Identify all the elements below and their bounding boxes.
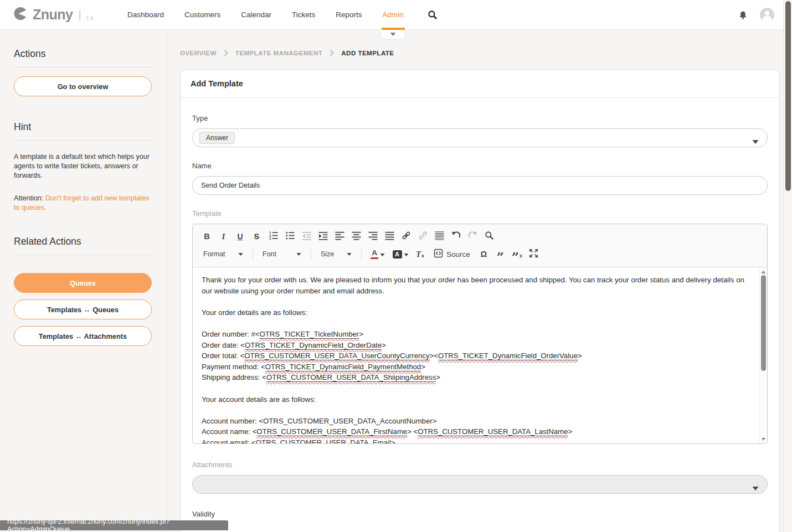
numbered-list-button[interactable]: 123 (266, 230, 281, 244)
znuny-logo[interactable]: Znuny | 7.0 (13, 6, 93, 23)
find-button[interactable] (482, 230, 497, 244)
user-avatar[interactable] (760, 8, 774, 22)
text-color-button[interactable]: A (367, 247, 388, 261)
editor-toolbar: BIUS123 FormatFontSizeAATxSourceΩ””x (193, 224, 767, 267)
maximize-button[interactable] (526, 247, 541, 261)
search-icon[interactable] (428, 10, 438, 20)
nav-item-reports[interactable]: Reports (336, 0, 362, 29)
template-variable-tag: OTRS_TICKET_DynamicField_OrderValue (438, 352, 578, 360)
nav-item-customers[interactable]: Customers (184, 0, 220, 29)
blockquote-button[interactable]: ” (493, 247, 508, 261)
chevron-down-icon (238, 250, 243, 258)
bold-button[interactable]: B (199, 230, 214, 244)
editor-line: Your order details are as follows: (202, 307, 750, 318)
numbered-list-icon: 123 (269, 231, 278, 242)
breadcrumb-chevron-icon (224, 49, 228, 56)
breadcrumb-overview[interactable]: OVERVIEW (180, 50, 217, 56)
chevron-down-icon (404, 250, 409, 259)
go-to-overview-button[interactable]: Go to overview (14, 76, 152, 96)
card-body: Type Answer Name Template BIUS123 Format… (181, 98, 779, 532)
background-color-button[interactable]: A (390, 247, 411, 261)
notifications-bell-icon[interactable] (738, 11, 748, 19)
editor-content[interactable]: Thank you for your order with us. We are… (193, 267, 767, 443)
remove-format-icon: T (416, 250, 421, 259)
breadcrumb-template-management[interactable]: TEMPLATE MANAGEMENT (235, 50, 323, 56)
toolbar-row-2: FormatFontSizeAATxSourceΩ””x (199, 245, 760, 263)
font-select[interactable]: Font (259, 247, 305, 261)
brand-version: 7.0 (86, 15, 93, 21)
blockquote-icon: ” (497, 254, 504, 260)
scroll-down-arrow-icon[interactable] (759, 435, 768, 443)
related-action-templates-attachments[interactable]: Templates ↔ Attachments (14, 326, 152, 346)
align-right-button[interactable] (366, 230, 380, 244)
horizontal-line-button[interactable] (432, 230, 447, 244)
editor-line (202, 405, 750, 416)
editor-scrollbar-thumb[interactable] (761, 275, 766, 371)
page-scrollbar[interactable] (783, 0, 792, 532)
breadcrumb: OVERVIEWTEMPLATE MANAGEMENTADD TEMPLATE (180, 49, 780, 56)
validity-label: Validity (192, 510, 768, 518)
special-character-button[interactable]: Ω (476, 247, 491, 261)
attachments-select[interactable] (192, 475, 768, 494)
underline-button[interactable]: U (233, 230, 248, 244)
name-input[interactable] (192, 176, 768, 195)
navbar-collapse-toggle[interactable] (380, 30, 405, 39)
editor-line: Account email: <OTRS_CUSTOMER_USER_DATA_… (202, 437, 750, 443)
template-variable-tag: OTRS_CUSTOMER_USER_DATA_FirstName (256, 427, 407, 436)
nav-item-tickets[interactable]: Tickets (292, 0, 315, 29)
remove-quote-button[interactable]: ”x (510, 247, 524, 261)
align-right-icon (368, 231, 378, 242)
background-color-icon: A (393, 250, 402, 259)
editor-line: Order total: <OTRS_CUSTOMER_USER_DATA_Us… (202, 350, 750, 361)
toolbar-separator (253, 249, 253, 260)
text-color-icon: A (371, 249, 378, 259)
editor-line: Payment method: <OTRS_TICKET_DynamicFiel… (202, 361, 750, 373)
remove-format-button[interactable]: Tx (413, 247, 428, 261)
redo-button[interactable] (465, 230, 480, 244)
bold-icon: B (204, 232, 209, 241)
justify-button[interactable] (382, 230, 397, 244)
type-select[interactable]: Answer (192, 128, 768, 147)
italic-button[interactable]: I (216, 230, 231, 244)
nav-item-dashboard[interactable]: Dashboard (127, 0, 164, 29)
attachments-label: Attachments (192, 461, 768, 469)
related-action-templates-queues[interactable]: Templates ↔ Queues (14, 299, 152, 319)
redo-icon (468, 231, 477, 242)
breadcrumb-add-template: ADD TEMPLATE (341, 50, 394, 56)
nav-item-admin[interactable]: Admin (383, 0, 404, 29)
type-selected-value[interactable]: Answer (199, 132, 235, 144)
bulleted-list-button[interactable] (282, 230, 297, 244)
editor-line (202, 383, 750, 394)
size-select[interactable]: Size (317, 247, 356, 261)
related-action-queues[interactable]: Queues (14, 273, 152, 293)
align-left-button[interactable] (332, 230, 347, 244)
editor-scrollbar[interactable] (759, 267, 767, 443)
editor-line: Account name: <OTRS_CUSTOMER_USER_DATA_F… (202, 426, 750, 437)
align-center-icon (352, 231, 361, 242)
page-scrollbar-thumb[interactable] (785, 1, 791, 191)
unlink-button[interactable] (415, 230, 430, 244)
outdent-button[interactable] (299, 230, 314, 244)
source-button[interactable]: Source (429, 247, 475, 261)
page-title: Add Template (191, 79, 243, 88)
undo-button[interactable] (449, 230, 464, 244)
brand-name: Znuny (33, 7, 73, 23)
top-navigation-bar: Znuny | 7.0 DashboardCustomersCalendarTi… (0, 0, 792, 30)
template-variable-tag: OTRS_TICKET_DynamicField_OrderDate (245, 341, 382, 350)
related-actions-section-title: Related Actions (14, 236, 152, 255)
link-button[interactable] (399, 230, 414, 244)
align-center-button[interactable] (349, 230, 364, 244)
rich-text-editor: BIUS123 FormatFontSizeAATxSourceΩ””x Tha… (192, 224, 768, 444)
template-label: Template (192, 209, 768, 218)
main-content: OVERVIEWTEMPLATE MANAGEMENTADD TEMPLATE … (167, 30, 792, 532)
hint-section-title: Hint (14, 121, 152, 141)
source-icon (434, 249, 443, 260)
chevron-down-icon (296, 250, 301, 258)
toolbar-row-1: BIUS123 (199, 228, 760, 245)
strikethrough-button[interactable]: S (249, 230, 264, 244)
nav-item-calendar[interactable]: Calendar (241, 0, 271, 29)
format-select[interactable]: Format (199, 247, 247, 261)
scroll-up-arrow-icon[interactable] (759, 268, 768, 276)
find-icon (485, 231, 494, 242)
indent-button[interactable] (316, 230, 331, 244)
